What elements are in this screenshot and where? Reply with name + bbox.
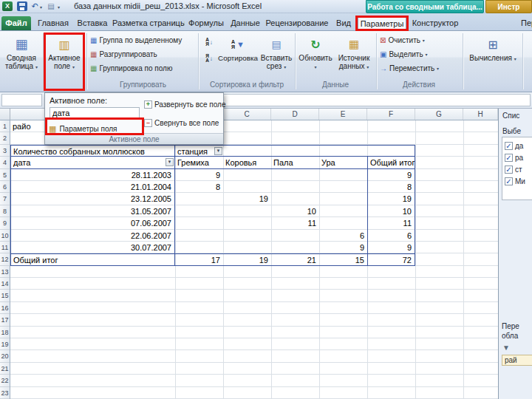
- pivot-date-cell[interactable]: 30.07.2007: [10, 242, 175, 253]
- pivot-value-cell[interactable]: 19: [367, 193, 415, 205]
- pivot-column-header[interactable]: Ура: [319, 157, 367, 168]
- move-pivottable-item[interactable]: →Переместить ▾: [380, 62, 439, 75]
- field-checkbox[interactable]: ✓: [505, 177, 513, 185]
- pivot-value-cell[interactable]: [175, 217, 223, 229]
- pivot-value-cell[interactable]: [319, 181, 367, 193]
- pivot-date-cell[interactable]: 23.12.2005: [10, 193, 175, 205]
- pivot-value-cell[interactable]: 10: [271, 205, 319, 217]
- field-row[interactable]: ✓да: [505, 140, 523, 151]
- ungroup-item[interactable]: ▦Разгруппировать: [90, 48, 157, 61]
- pivot-value-cell[interactable]: [223, 205, 271, 217]
- pivot-value-cell[interactable]: [223, 217, 271, 229]
- group-field-item[interactable]: ▦Группировка по полю: [90, 62, 172, 75]
- field-row[interactable]: ✓ст: [505, 163, 522, 175]
- sheet-cell[interactable]: [367, 120, 415, 132]
- pivot-date-cell[interactable]: 22.06.2007: [10, 230, 175, 242]
- tab-file[interactable]: Файл: [1, 16, 31, 30]
- station-header-cell[interactable]: станция▼: [175, 145, 223, 157]
- sheet-cell[interactable]: [271, 132, 319, 144]
- field-checkbox[interactable]: ✓: [505, 166, 513, 174]
- tab-extra[interactable]: Перь: [516, 16, 532, 30]
- tab-view[interactable]: Вид: [331, 16, 356, 30]
- row-header[interactable]: 8: [0, 205, 10, 217]
- pivot-date-cell[interactable]: 31.05.2007: [10, 205, 175, 217]
- row-header[interactable]: 14: [0, 278, 10, 290]
- filter-field-chip[interactable]: рай: [502, 355, 532, 366]
- field-checkbox[interactable]: ✓: [505, 142, 513, 150]
- tab-home[interactable]: Главная: [34, 16, 72, 30]
- pivot-value-cell[interactable]: [223, 181, 271, 193]
- row-header[interactable]: 17: [0, 314, 10, 326]
- pivot-value-cell[interactable]: 9: [367, 242, 415, 253]
- row-header[interactable]: 15: [0, 290, 10, 301]
- pivot-value-cell[interactable]: [223, 230, 271, 242]
- pivot-value-cell[interactable]: [319, 193, 367, 205]
- sheet-cell[interactable]: [223, 120, 271, 132]
- row-header[interactable]: 18: [0, 327, 10, 338]
- pivot-table-button[interactable]: ▦ Сводная таблица ▾: [1, 33, 41, 90]
- field-row[interactable]: ✓Ми: [505, 175, 525, 187]
- row-header[interactable]: 12: [0, 253, 10, 265]
- sheet-cell[interactable]: [271, 145, 319, 157]
- sort-ascending-button[interactable]: АЯ ↓: [202, 35, 216, 50]
- pivot-date-cell[interactable]: 28.11.2003: [10, 169, 175, 181]
- column-header[interactable]: G: [415, 109, 463, 120]
- tab-data[interactable]: Данные: [228, 16, 263, 30]
- pivot-total-label[interactable]: Общий итог: [10, 253, 175, 265]
- pivot-value-cell[interactable]: 9: [319, 242, 367, 253]
- sheet-cell[interactable]: [223, 132, 271, 144]
- pivot-value-cell[interactable]: 9: [367, 169, 415, 181]
- row-header[interactable]: 7: [0, 193, 10, 205]
- tab-insert[interactable]: Вставка: [74, 16, 111, 30]
- pivot-value-cell[interactable]: 8: [367, 181, 415, 193]
- pivot-total-value[interactable]: 72: [367, 253, 415, 265]
- column-header[interactable]: H: [463, 109, 498, 120]
- qat-customize-icon[interactable]: ▾: [58, 4, 60, 10]
- row-header[interactable]: 19: [0, 338, 10, 350]
- pivot-column-header[interactable]: Общий итог: [367, 157, 415, 168]
- sheet-cell[interactable]: [223, 145, 271, 157]
- tab-design[interactable]: Конструктор: [408, 16, 463, 30]
- select-all-corner[interactable]: [0, 109, 10, 120]
- pivot-value-cell[interactable]: 10: [367, 205, 415, 217]
- pivot-value-cell[interactable]: 11: [271, 217, 319, 229]
- column-header[interactable]: F: [367, 109, 415, 120]
- undo-caret-icon[interactable]: ▾: [40, 4, 42, 10]
- pivot-column-header[interactable]: Пала: [271, 157, 319, 168]
- pivot-value-cell[interactable]: 9: [175, 169, 223, 181]
- pivot-value-cell[interactable]: 6: [367, 230, 415, 242]
- sheet-cell[interactable]: [319, 145, 367, 157]
- save-icon[interactable]: [17, 1, 27, 11]
- pivot-total-value[interactable]: 21: [271, 253, 319, 265]
- column-header[interactable]: D: [271, 109, 319, 120]
- pivot-value-cell[interactable]: [319, 205, 367, 217]
- row-header[interactable]: 11: [0, 242, 10, 253]
- pivot-value-cell[interactable]: [175, 205, 223, 217]
- clear-item[interactable]: ⊠Очистить ▾: [380, 34, 425, 47]
- pivot-value-cell[interactable]: [271, 169, 319, 181]
- pivot-total-value[interactable]: 19: [223, 253, 271, 265]
- date-header-cell[interactable]: дата▼: [10, 157, 175, 168]
- pivot-value-cell[interactable]: 11: [367, 217, 415, 229]
- sheet-cell[interactable]: [367, 145, 415, 157]
- pivot-value-cell[interactable]: [271, 193, 319, 205]
- filter-dropdown-button[interactable]: ▼: [166, 158, 174, 166]
- sheet-cell[interactable]: [367, 132, 415, 144]
- row-header[interactable]: 21: [0, 363, 10, 375]
- tab-review[interactable]: Рецензирование: [265, 16, 330, 30]
- pivot-value-cell[interactable]: 6: [319, 230, 367, 242]
- collapse-field-item[interactable]: –Свернуть все поле: [144, 117, 219, 129]
- pivot-title-cell[interactable]: Количество собранных моллюсков: [10, 145, 175, 157]
- tab-page-layout[interactable]: Разметка страницы: [112, 16, 185, 30]
- name-box[interactable]: [1, 94, 42, 106]
- select-item[interactable]: ▣Выделить ▾: [380, 48, 427, 61]
- pivot-value-cell[interactable]: [175, 193, 223, 205]
- pivot-value-cell[interactable]: 8: [175, 181, 223, 193]
- row-header[interactable]: 2: [0, 132, 10, 144]
- quick-print-icon[interactable]: ▤: [46, 1, 56, 11]
- pivot-value-cell[interactable]: [271, 181, 319, 193]
- calculations-button[interactable]: ⊞ Вычисления ▾: [466, 33, 520, 90]
- row-header[interactable]: 4: [0, 157, 10, 168]
- group-selection-item[interactable]: ▦Группа по выделенному: [90, 34, 182, 47]
- pivot-date-cell[interactable]: 07.06.2007: [10, 217, 175, 229]
